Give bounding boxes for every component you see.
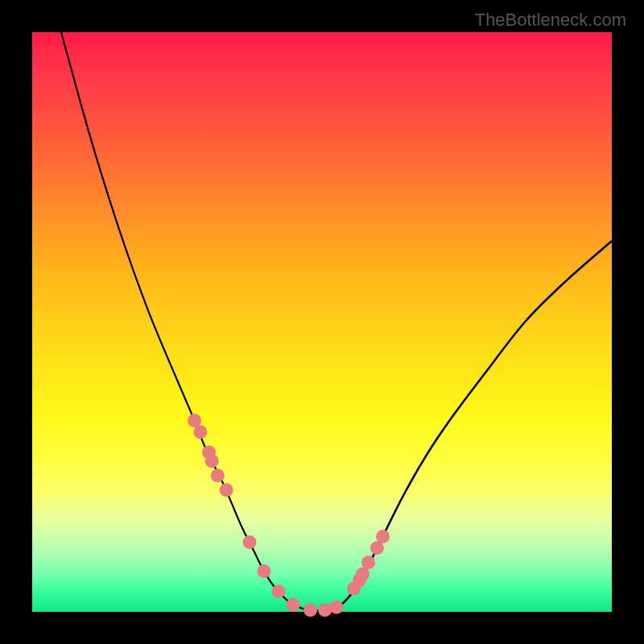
chart-svg — [32, 32, 612, 612]
marker-dot — [193, 425, 207, 439]
chart-plot-area — [32, 32, 612, 612]
watermark-text: TheBottleneck.com — [475, 10, 626, 31]
marker-dot — [376, 530, 390, 543]
marker-dot — [188, 414, 201, 427]
marker-dot — [211, 469, 225, 482]
marker-dot — [361, 555, 375, 569]
marker-dot — [318, 603, 332, 617]
marker-dots-group — [188, 414, 390, 617]
curve-left-branch — [61, 32, 316, 611]
marker-dot — [243, 535, 257, 549]
marker-dot — [370, 541, 384, 555]
marker-dot — [272, 584, 286, 598]
marker-dot — [330, 601, 344, 614]
curve-right-branch — [316, 241, 612, 610]
marker-dot — [303, 603, 317, 617]
marker-dot — [356, 568, 369, 581]
marker-dot — [220, 483, 233, 497]
marker-dot — [287, 598, 300, 612]
marker-dot — [258, 564, 271, 578]
marker-dot — [205, 454, 219, 468]
